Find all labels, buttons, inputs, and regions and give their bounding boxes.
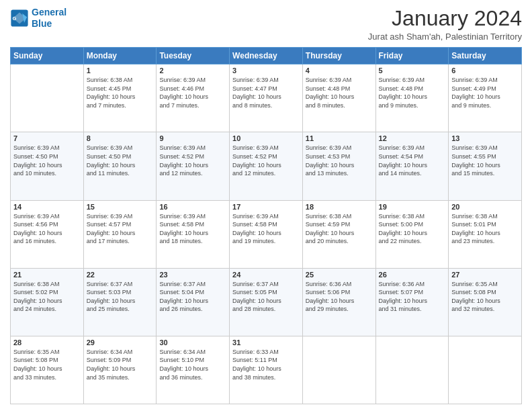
day-number: 27 (451, 271, 519, 279)
day-number: 21 (13, 271, 81, 279)
day-cell: 9Sunrise: 6:39 AM Sunset: 4:52 PM Daylig… (157, 132, 230, 200)
day-cell: 2Sunrise: 6:39 AM Sunset: 4:46 PM Daylig… (157, 64, 230, 132)
day-info: Sunrise: 6:36 AM Sunset: 5:06 PM Dayligh… (306, 280, 373, 314)
day-number: 3 (232, 66, 300, 75)
day-number: 8 (87, 134, 154, 142)
col-saturday: Saturday (449, 48, 522, 64)
day-cell: 26Sunrise: 6:36 AM Sunset: 5:07 PM Dayli… (375, 268, 449, 336)
day-info: Sunrise: 6:38 AM Sunset: 4:45 PM Dayligh… (87, 76, 154, 109)
day-info: Sunrise: 6:39 AM Sunset: 4:53 PM Dayligh… (306, 144, 373, 177)
day-info: Sunrise: 6:34 AM Sunset: 5:09 PM Dayligh… (87, 348, 154, 381)
day-cell: 10Sunrise: 6:39 AM Sunset: 4:52 PM Dayli… (230, 132, 303, 200)
col-tuesday: Tuesday (157, 48, 230, 64)
day-cell: 14Sunrise: 6:39 AM Sunset: 4:56 PM Dayli… (11, 200, 84, 268)
day-number: 29 (87, 338, 154, 347)
title-block: January 2024 Jurat ash Sham'ah, Palestin… (368, 7, 522, 42)
day-number: 22 (87, 271, 154, 279)
day-info: Sunrise: 6:39 AM Sunset: 4:50 PM Dayligh… (87, 144, 154, 177)
day-cell: 7Sunrise: 6:39 AM Sunset: 4:50 PM Daylig… (11, 132, 84, 200)
day-number: 28 (13, 338, 81, 347)
day-info: Sunrise: 6:34 AM Sunset: 5:10 PM Dayligh… (159, 348, 226, 381)
day-number: 24 (232, 271, 300, 279)
day-number: 9 (159, 134, 226, 142)
week-row-3: 21Sunrise: 6:38 AM Sunset: 5:02 PM Dayli… (11, 268, 522, 336)
day-cell: 4Sunrise: 6:39 AM Sunset: 4:48 PM Daylig… (302, 64, 375, 132)
day-cell: 21Sunrise: 6:38 AM Sunset: 5:02 PM Dayli… (11, 268, 84, 336)
week-row-0: 1Sunrise: 6:38 AM Sunset: 4:45 PM Daylig… (11, 64, 522, 132)
day-cell: 17Sunrise: 6:39 AM Sunset: 4:58 PM Dayli… (230, 200, 303, 268)
day-number: 30 (159, 338, 226, 347)
day-info: Sunrise: 6:39 AM Sunset: 4:46 PM Dayligh… (159, 76, 226, 109)
day-info: Sunrise: 6:38 AM Sunset: 5:00 PM Dayligh… (379, 212, 446, 246)
day-number: 11 (306, 134, 373, 142)
day-info: Sunrise: 6:38 AM Sunset: 5:02 PM Dayligh… (13, 280, 81, 314)
day-info: Sunrise: 6:39 AM Sunset: 4:55 PM Dayligh… (451, 144, 519, 177)
day-number: 10 (232, 134, 300, 142)
day-cell: 15Sunrise: 6:39 AM Sunset: 4:57 PM Dayli… (83, 200, 157, 268)
day-info: Sunrise: 6:39 AM Sunset: 4:52 PM Dayligh… (159, 144, 226, 177)
day-cell (302, 336, 375, 404)
main-title: January 2024 (368, 7, 522, 30)
day-info: Sunrise: 6:33 AM Sunset: 5:11 PM Dayligh… (232, 348, 300, 381)
day-number: 25 (306, 271, 373, 279)
day-cell: 31Sunrise: 6:33 AM Sunset: 5:11 PM Dayli… (230, 336, 303, 404)
day-cell: 6Sunrise: 6:39 AM Sunset: 4:49 PM Daylig… (449, 64, 522, 132)
day-cell: 3Sunrise: 6:39 AM Sunset: 4:47 PM Daylig… (230, 64, 303, 132)
day-number: 6 (451, 66, 519, 75)
day-info: Sunrise: 6:39 AM Sunset: 4:50 PM Dayligh… (13, 144, 81, 177)
col-monday: Monday (83, 48, 157, 64)
day-cell: 29Sunrise: 6:34 AM Sunset: 5:09 PM Dayli… (83, 336, 157, 404)
day-number: 1 (87, 66, 154, 75)
logo-icon: G (10, 9, 29, 28)
day-cell: 13Sunrise: 6:39 AM Sunset: 4:55 PM Dayli… (449, 132, 522, 200)
header-row: Sunday Monday Tuesday Wednesday Thursday… (11, 48, 522, 64)
day-info: Sunrise: 6:39 AM Sunset: 4:58 PM Dayligh… (159, 212, 226, 246)
day-cell: 30Sunrise: 6:34 AM Sunset: 5:10 PM Dayli… (157, 336, 230, 404)
day-cell: 22Sunrise: 6:37 AM Sunset: 5:03 PM Dayli… (83, 268, 157, 336)
day-cell: 8Sunrise: 6:39 AM Sunset: 4:50 PM Daylig… (83, 132, 157, 200)
week-row-2: 14Sunrise: 6:39 AM Sunset: 4:56 PM Dayli… (11, 200, 522, 268)
day-number: 5 (379, 66, 446, 75)
day-cell: 1Sunrise: 6:38 AM Sunset: 4:45 PM Daylig… (83, 64, 157, 132)
day-info: Sunrise: 6:39 AM Sunset: 4:48 PM Dayligh… (306, 76, 373, 109)
day-number: 15 (87, 203, 154, 211)
day-info: Sunrise: 6:39 AM Sunset: 4:49 PM Dayligh… (451, 76, 519, 109)
subtitle: Jurat ash Sham'ah, Palestinian Territory (368, 32, 522, 42)
day-cell: 24Sunrise: 6:37 AM Sunset: 5:05 PM Dayli… (230, 268, 303, 336)
day-cell (375, 336, 449, 404)
day-info: Sunrise: 6:38 AM Sunset: 4:59 PM Dayligh… (306, 212, 373, 246)
day-info: Sunrise: 6:38 AM Sunset: 5:01 PM Dayligh… (451, 212, 519, 246)
calendar-table: Sunday Monday Tuesday Wednesday Thursday… (10, 47, 522, 404)
day-info: Sunrise: 6:37 AM Sunset: 5:03 PM Dayligh… (87, 280, 154, 314)
day-cell: 19Sunrise: 6:38 AM Sunset: 5:00 PM Dayli… (375, 200, 449, 268)
day-cell: 11Sunrise: 6:39 AM Sunset: 4:53 PM Dayli… (302, 132, 375, 200)
day-cell: 20Sunrise: 6:38 AM Sunset: 5:01 PM Dayli… (449, 200, 522, 268)
day-cell: 27Sunrise: 6:35 AM Sunset: 5:08 PM Dayli… (449, 268, 522, 336)
day-number: 14 (13, 203, 81, 211)
col-friday: Friday (375, 48, 449, 64)
day-info: Sunrise: 6:37 AM Sunset: 5:05 PM Dayligh… (232, 280, 300, 314)
day-number: 23 (159, 271, 226, 279)
day-info: Sunrise: 6:39 AM Sunset: 4:56 PM Dayligh… (13, 212, 81, 246)
day-info: Sunrise: 6:36 AM Sunset: 5:07 PM Dayligh… (379, 280, 446, 314)
page: G General Blue January 2024 Jurat ash Sh… (0, 0, 532, 411)
day-cell: 16Sunrise: 6:39 AM Sunset: 4:58 PM Dayli… (157, 200, 230, 268)
day-info: Sunrise: 6:39 AM Sunset: 4:54 PM Dayligh… (379, 144, 446, 177)
col-wednesday: Wednesday (230, 48, 303, 64)
day-number: 18 (306, 203, 373, 211)
day-number: 2 (159, 66, 226, 75)
day-cell: 28Sunrise: 6:35 AM Sunset: 5:08 PM Dayli… (11, 336, 84, 404)
day-info: Sunrise: 6:39 AM Sunset: 4:58 PM Dayligh… (232, 212, 300, 246)
logo-text: General Blue (32, 7, 66, 30)
day-number: 4 (306, 66, 373, 75)
week-row-1: 7Sunrise: 6:39 AM Sunset: 4:50 PM Daylig… (11, 132, 522, 200)
day-cell (449, 336, 522, 404)
day-info: Sunrise: 6:39 AM Sunset: 4:48 PM Dayligh… (379, 76, 446, 109)
day-cell: 18Sunrise: 6:38 AM Sunset: 4:59 PM Dayli… (302, 200, 375, 268)
day-info: Sunrise: 6:35 AM Sunset: 5:08 PM Dayligh… (451, 280, 519, 314)
day-info: Sunrise: 6:39 AM Sunset: 4:52 PM Dayligh… (232, 144, 300, 177)
day-number: 31 (232, 338, 300, 347)
day-info: Sunrise: 6:39 AM Sunset: 4:47 PM Dayligh… (232, 76, 300, 109)
logo: G General Blue (10, 7, 66, 30)
day-number: 26 (379, 271, 446, 279)
